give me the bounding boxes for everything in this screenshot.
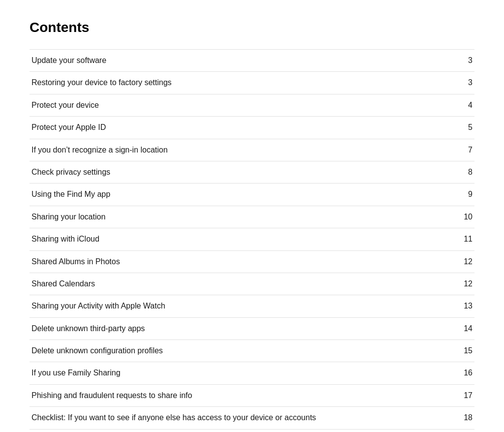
table-row: Protect your device4 [30,94,474,116]
table-of-contents: Update your software3Restoring your devi… [30,49,474,432]
toc-entry-page: 12 [455,273,474,295]
toc-entry-label: Using the Find My app [30,184,455,206]
table-row: Shared Calendars12 [30,273,474,295]
table-row: Sharing your Activity with Apple Watch13 [30,295,474,317]
toc-entry-page: 8 [455,161,474,183]
table-row: Shared Albums in Photos12 [30,250,474,273]
toc-entry-label: Restoring your device to factory setting… [30,72,455,94]
table-row: Delete unknown third-party apps14 [30,317,474,339]
table-row: Update your software3 [30,50,474,72]
toc-entry-page: 15 [455,340,474,362]
toc-entry-label: Sharing your Activity with Apple Watch [30,295,455,317]
table-row: Sharing your location10 [30,206,474,228]
toc-entry-page: 13 [455,295,474,317]
table-row: Using the Find My app9 [30,184,474,206]
toc-entry-label: Update your software [30,50,455,72]
toc-entry-label: Delete unknown configuration profiles [30,340,455,362]
table-row: Delete unknown configuration profiles15 [30,340,474,362]
toc-entry-page: 5 [455,117,474,139]
toc-entry-page: 12 [455,250,474,273]
table-row: Checklist: If you want to stop sharing w… [30,429,474,432]
toc-entry-label: Checklist: If you want to see if anyone … [30,407,455,429]
toc-entry-label: Sharing your location [30,206,455,228]
toc-entry-label: Checklist: If you want to stop sharing w… [30,429,455,432]
table-row: Sharing with iCloud11 [30,228,474,250]
toc-entry-label: Shared Albums in Photos [30,250,455,273]
page-title: Contents [30,20,474,35]
toc-entry-label: Phishing and fraudulent requests to shar… [30,384,455,406]
toc-entry-label: Delete unknown third-party apps [30,317,455,339]
table-row: Checklist: If you want to see if anyone … [30,407,474,429]
toc-entry-page: 4 [455,94,474,116]
table-row: If you use Family Sharing16 [30,362,474,384]
toc-entry-page: 18 [455,407,474,429]
toc-entry-page: 14 [455,317,474,339]
table-row: Restoring your device to factory setting… [30,72,474,94]
table-row: Protect your Apple ID5 [30,117,474,139]
table-row: Check privacy settings8 [30,161,474,183]
table-row: Phishing and fraudulent requests to shar… [30,384,474,406]
toc-entry-page: 3 [455,72,474,94]
toc-entry-page: 10 [455,206,474,228]
toc-entry-page: 19 [455,429,474,432]
toc-entry-label: Sharing with iCloud [30,228,455,250]
toc-entry-label: If you don’t recognize a sign-in locatio… [30,139,455,161]
toc-entry-page: 9 [455,184,474,206]
toc-entry-page: 16 [455,362,474,384]
toc-entry-page: 3 [455,50,474,72]
table-row: If you don’t recognize a sign-in locatio… [30,139,474,161]
toc-entry-page: 7 [455,139,474,161]
toc-entry-page: 11 [455,228,474,250]
toc-entry-label: Protect your Apple ID [30,117,455,139]
toc-entry-label: Check privacy settings [30,161,455,183]
toc-entry-page: 17 [455,384,474,406]
toc-entry-label: Protect your device [30,94,455,116]
toc-entry-label: Shared Calendars [30,273,455,295]
toc-entry-label: If you use Family Sharing [30,362,455,384]
